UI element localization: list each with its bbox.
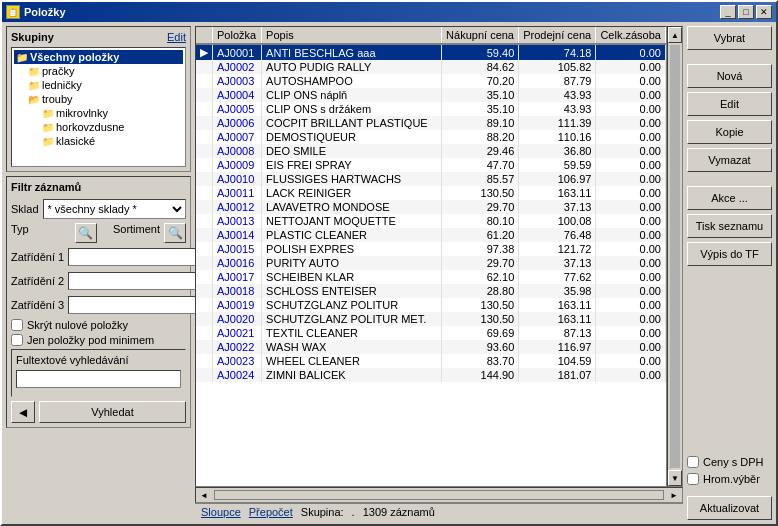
table-row[interactable]: AJ0015POLISH EXPRES97.38121.720.00	[196, 242, 666, 256]
table-scroll[interactable]: Položka Popis Nákupní cena Prodejní cena…	[196, 27, 666, 486]
cell-polozka[interactable]: AJ0006	[213, 116, 262, 130]
cell-polozka[interactable]: AJ0015	[213, 242, 262, 256]
sloupce-link[interactable]: Sloupce	[201, 506, 241, 518]
tree-item-trouby[interactable]: 📂 trouby	[14, 92, 183, 106]
col-polozka[interactable]: Položka	[213, 27, 262, 44]
vertical-scrollbar[interactable]: ▲ ▼	[667, 26, 683, 487]
table-row[interactable]: AJ0010FLUSSIGES HARTWACHS85.57106.970.00	[196, 172, 666, 186]
table-row[interactable]: AJ0013NETTOJANT MOQUETTE80.10100.080.00	[196, 214, 666, 228]
ceny-dph-checkbox[interactable]	[687, 456, 699, 468]
hrom-vybr-checkbox[interactable]	[687, 473, 699, 485]
table-row[interactable]: AJ0020SCHUTZGLANZ POLITUR MET.130.50163.…	[196, 312, 666, 326]
minimize-button[interactable]: _	[720, 5, 736, 19]
cell-polozka[interactable]: AJ0003	[213, 74, 262, 88]
vypis-button[interactable]: Výpis do TF	[687, 242, 772, 266]
tree-item-klasicke[interactable]: 📁 klasické	[14, 134, 183, 148]
table-row[interactable]: AJ0022WASH WAX93.60116.970.00	[196, 340, 666, 354]
prepocet-link[interactable]: Přepočet	[249, 506, 293, 518]
cell-polozka[interactable]: AJ0010	[213, 172, 262, 186]
table-row[interactable]: AJ0009EIS FREI SPRAY47.7059.590.00	[196, 158, 666, 172]
row-arrow	[196, 200, 213, 214]
cell-polozka[interactable]: AJ0017	[213, 270, 262, 284]
zatrideni2-input[interactable]	[68, 272, 208, 290]
cell-polozka[interactable]: AJ0018	[213, 284, 262, 298]
tree-view[interactable]: 📁 Všechny položky 📁 pračky 📁 ledničky 📂 …	[11, 47, 186, 167]
table-row[interactable]: AJ0012LAVAVETRO MONDOSE29.7037.130.00	[196, 200, 666, 214]
table-row[interactable]: AJ0021TEXTIL CLEANER69.6987.130.00	[196, 326, 666, 340]
cell-polozka[interactable]: AJ0014	[213, 228, 262, 242]
table-row[interactable]: AJ0014PLASTIC CLEANER61.2076.480.00	[196, 228, 666, 242]
cell-polozka[interactable]: AJ0008	[213, 144, 262, 158]
skryt-checkbox[interactable]	[11, 319, 23, 331]
table-row[interactable]: AJ0023WHEEL CLEANER83.70104.590.00	[196, 354, 666, 368]
typ-icon-btn[interactable]: 🔍	[75, 223, 97, 243]
col-popis[interactable]: Popis	[262, 27, 442, 44]
kopie-button[interactable]: Kopie	[687, 120, 772, 144]
cell-polozka[interactable]: AJ0021	[213, 326, 262, 340]
tree-item-mikrovlnky[interactable]: 📁 mikrovlnky	[14, 106, 183, 120]
cell-polozka[interactable]: AJ0023	[213, 354, 262, 368]
fts-input[interactable]	[16, 370, 181, 388]
cell-polozka[interactable]: AJ0009	[213, 158, 262, 172]
table-row[interactable]: AJ0008DEO SMILE29.4636.800.00	[196, 144, 666, 158]
cell-polozka[interactable]: AJ0016	[213, 256, 262, 270]
table-row[interactable]: AJ0002AUTO PUDIG RALLY84.62105.820.00	[196, 60, 666, 74]
cell-polozka[interactable]: AJ0011	[213, 186, 262, 200]
close-button[interactable]: ✕	[756, 5, 772, 19]
zatrideni1-input[interactable]	[68, 248, 208, 266]
skupiny-edit-link[interactable]: Edit	[167, 31, 186, 43]
scroll-down-arrow[interactable]: ▼	[668, 470, 682, 486]
cell-polozka[interactable]: AJ0022	[213, 340, 262, 354]
table-row[interactable]: AJ0005CLIP ONS s držákem35.1043.930.00	[196, 102, 666, 116]
nova-button[interactable]: Nová	[687, 64, 772, 88]
table-row[interactable]: AJ0003AUTOSHAMPOO70.2087.790.00	[196, 74, 666, 88]
cell-nakup: 70.20	[442, 74, 519, 88]
cell-polozka[interactable]: AJ0005	[213, 102, 262, 116]
scroll-up-arrow[interactable]: ▲	[668, 27, 682, 43]
maximize-button[interactable]: □	[738, 5, 754, 19]
tree-item-all[interactable]: 📁 Všechny položky	[14, 50, 183, 64]
tisk-button[interactable]: Tisk seznamu	[687, 214, 772, 238]
vybrat-button[interactable]: Vybrat	[687, 26, 772, 50]
cell-polozka[interactable]: AJ0019	[213, 298, 262, 312]
col-nakupni[interactable]: Nákupní cena	[442, 27, 519, 44]
col-prodejni[interactable]: Prodejní cena	[519, 27, 596, 44]
scroll-right-button[interactable]: ►	[666, 488, 682, 502]
vymazat-button[interactable]: Vymazat	[687, 148, 772, 172]
table-row[interactable]: AJ0024ZIMNI BALICEK144.90181.070.00	[196, 368, 666, 382]
table-row[interactable]: AJ0006COCPIT BRILLANT PLASTIQUE89.10111.…	[196, 116, 666, 130]
cell-polozka[interactable]: AJ0012	[213, 200, 262, 214]
cell-polozka[interactable]: AJ0001	[213, 44, 262, 60]
cell-polozka[interactable]: AJ0004	[213, 88, 262, 102]
cell-polozka[interactable]: AJ0007	[213, 130, 262, 144]
cell-polozka[interactable]: AJ0020	[213, 312, 262, 326]
search-button[interactable]: Vyhledat	[39, 401, 186, 423]
table-row[interactable]: AJ0019SCHUTZGLANZ POLITUR130.50163.110.0…	[196, 298, 666, 312]
search-prev-button[interactable]: ◄	[11, 401, 35, 423]
table-row[interactable]: AJ0007DEMOSTIQUEUR88.20110.160.00	[196, 130, 666, 144]
edit-button[interactable]: Edit	[687, 92, 772, 116]
horizontal-scrollbar[interactable]: ◄ ►	[195, 487, 683, 503]
sklad-select[interactable]: * všechny sklady *	[43, 199, 186, 219]
sortiment-icon-btn[interactable]: 🔍	[164, 223, 186, 243]
table-row[interactable]: ▶AJ0001ANTI BESCHLAG aaa59.4074.180.00	[196, 44, 666, 60]
scroll-thumb[interactable]	[670, 45, 680, 468]
cell-polozka[interactable]: AJ0024	[213, 368, 262, 382]
table-row[interactable]: AJ0004CLIP ONS náplň35.1043.930.00	[196, 88, 666, 102]
table-row[interactable]: AJ0011LACK REINIGER130.50163.110.00	[196, 186, 666, 200]
tree-item-horkovzd[interactable]: 📁 horkovzdusne	[14, 120, 183, 134]
col-zasoba[interactable]: Celk.zásoba	[596, 27, 666, 44]
table-row[interactable]: AJ0018SCHLOSS ENTEISER28.8035.980.00	[196, 284, 666, 298]
zatrideni3-input[interactable]	[68, 296, 208, 314]
scroll-left-button[interactable]: ◄	[196, 488, 212, 502]
aktualizovat-button[interactable]: Aktualizovat	[687, 496, 772, 520]
cell-polozka[interactable]: AJ0013	[213, 214, 262, 228]
cell-prodej: 76.48	[519, 228, 596, 242]
tree-item-lednicky[interactable]: 📁 ledničky	[14, 78, 183, 92]
cell-polozka[interactable]: AJ0002	[213, 60, 262, 74]
akce-button[interactable]: Akce ...	[687, 186, 772, 210]
table-row[interactable]: AJ0016PURITY AUTO29.7037.130.00	[196, 256, 666, 270]
table-row[interactable]: AJ0017SCHEIBEN KLAR62.1077.620.00	[196, 270, 666, 284]
jen-checkbox[interactable]	[11, 334, 23, 346]
tree-item-pracky[interactable]: 📁 pračky	[14, 64, 183, 78]
